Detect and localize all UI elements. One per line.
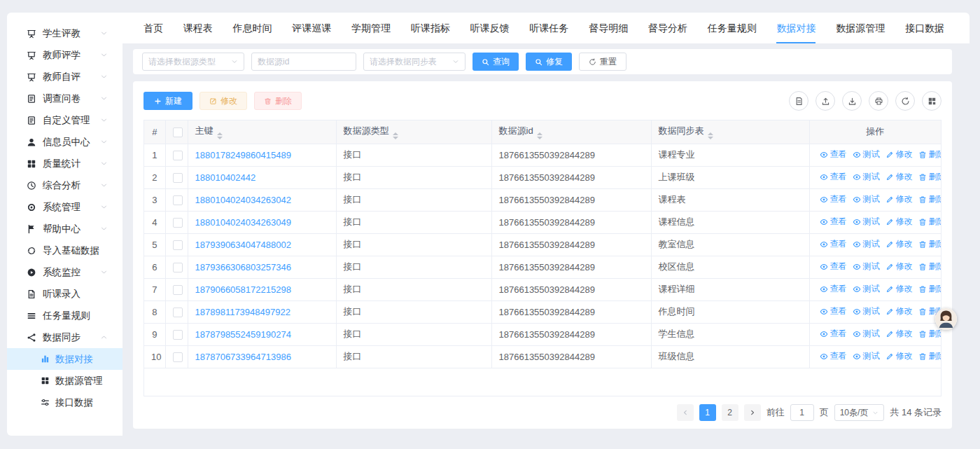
sidebar-item-student-evaluate-teaching[interactable]: 学生评教 — [7, 22, 122, 44]
primary-key-link[interactable]: 188010402442 — [195, 172, 256, 183]
new-button[interactable]: 新建 — [144, 92, 192, 110]
delete-button[interactable]: 删除 — [254, 92, 302, 110]
layout-button[interactable] — [922, 91, 941, 111]
sidebar-item-survey-questionnaire[interactable]: 调查问卷 — [7, 88, 122, 109]
query-button[interactable]: 查询 — [472, 53, 519, 71]
edit-action-link[interactable]: 修改 — [886, 193, 913, 205]
refresh-button[interactable] — [895, 91, 915, 111]
view-action-link[interactable]: 查看 — [820, 283, 847, 295]
row-checkbox[interactable] — [173, 173, 183, 183]
sidebar-item-system-management[interactable]: 系统管理 — [7, 196, 122, 218]
edit-action-link[interactable]: 修改 — [886, 283, 913, 295]
goto-page-input[interactable] — [790, 404, 814, 421]
primary-key-link[interactable]: 1880104024034263042 — [195, 195, 291, 205]
edit-action-link[interactable]: 修改 — [886, 261, 913, 272]
delete-action-link[interactable]: 删除 — [918, 261, 941, 272]
tab-rest-time[interactable]: 作息时间 — [233, 13, 272, 43]
sidebar-item-comprehensive-analysis[interactable]: 综合分析 — [7, 174, 122, 196]
test-action-link[interactable]: 测试 — [853, 216, 880, 228]
sidebar-item-data-sync[interactable]: 数据同步 — [7, 326, 122, 348]
test-action-link[interactable]: 测试 — [853, 171, 880, 183]
sidebar-item-system-monitor[interactable]: 系统监控 — [7, 261, 122, 283]
sort-carets-icon[interactable] — [217, 132, 223, 139]
edit-action-link[interactable]: 修改 — [886, 238, 913, 250]
primary-key-link[interactable]: 1880178249860415489 — [195, 150, 291, 160]
test-action-link[interactable]: 测试 — [853, 148, 880, 160]
file-button[interactable] — [789, 91, 808, 111]
repair-button[interactable]: 修复 — [526, 53, 572, 71]
sort-carets-icon[interactable] — [393, 132, 398, 139]
edit-button[interactable]: 修改 — [200, 92, 247, 110]
source-id-input[interactable] — [251, 53, 356, 71]
row-checkbox[interactable] — [173, 240, 183, 250]
sidebar-item-informant-center[interactable]: 信息员中心 — [7, 131, 122, 153]
source-type-select[interactable]: 请选择数据源类型 — [142, 53, 244, 71]
page-size-select[interactable]: 10条/页 — [834, 404, 885, 421]
sidebar-subitem-data-source-management[interactable]: 数据源管理 — [7, 370, 122, 392]
row-checkbox[interactable] — [173, 195, 183, 205]
test-action-link[interactable]: 测试 — [853, 328, 880, 340]
column-header-数据源id[interactable]: 数据源id — [491, 120, 651, 144]
tab-data-source-management[interactable]: 数据源管理 — [836, 13, 885, 43]
view-action-link[interactable]: 查看 — [820, 328, 847, 340]
tab-home[interactable]: 首页 — [144, 13, 163, 43]
tab-data-docking[interactable]: 数据对接 — [776, 13, 816, 43]
sort-carets-icon[interactable] — [537, 132, 542, 139]
delete-action-link[interactable]: 删除 — [918, 350, 941, 362]
sidebar-item-lecture-entry[interactable]: 听课录入 — [7, 283, 122, 305]
view-action-link[interactable]: 查看 — [820, 193, 847, 205]
sidebar-item-task-volume-rules[interactable]: 任务量规则 — [7, 305, 122, 326]
sidebar-subitem-interface-data[interactable]: 接口数据 — [7, 392, 122, 413]
row-checkbox[interactable] — [173, 352, 183, 362]
primary-key-link[interactable]: 1879366306803257346 — [195, 262, 291, 272]
delete-action-link[interactable]: 删除 — [918, 328, 941, 340]
sidebar-item-import-base-data[interactable]: 导入基础数据 — [7, 240, 122, 261]
tab-lecture-feedback[interactable]: 听课反馈 — [470, 13, 510, 43]
test-action-link[interactable]: 测试 — [853, 305, 880, 317]
sync-table-select[interactable]: 请选择数据同步表 — [363, 53, 465, 71]
delete-action-link[interactable]: 删除 — [918, 283, 941, 295]
row-checkbox[interactable] — [173, 151, 183, 160]
edit-action-link[interactable]: 修改 — [886, 148, 913, 160]
tab-lecture-tasks[interactable]: 听课任务 — [529, 13, 568, 43]
page-button-2[interactable]: 2 — [722, 404, 738, 421]
tab-task-volume-rules[interactable]: 任务量规则 — [708, 13, 757, 43]
test-action-link[interactable]: 测试 — [853, 261, 880, 272]
sort-carets-icon[interactable] — [708, 132, 713, 139]
column-header-主键[interactable]: 主键 — [188, 120, 336, 144]
view-action-link[interactable]: 查看 — [820, 148, 847, 160]
primary-key-link[interactable]: 1878798552459190274 — [195, 329, 291, 340]
upload-button[interactable] — [816, 91, 835, 111]
sidebar-item-quality-statistics[interactable]: 质量统计 — [7, 153, 122, 174]
sidebar-subitem-data-docking[interactable]: 数据对接 — [7, 348, 122, 370]
edit-action-link[interactable]: 修改 — [886, 171, 913, 183]
delete-action-link[interactable]: 删除 — [918, 238, 941, 250]
tab-course-table[interactable]: 课程表 — [183, 13, 213, 43]
primary-key-link[interactable]: 1879390634047488002 — [195, 240, 291, 250]
tab-supervision-detail[interactable]: 督导明细 — [589, 13, 628, 43]
view-action-link[interactable]: 查看 — [820, 350, 847, 362]
sidebar-item-teacher-self-evaluation[interactable]: 教师自评 — [7, 66, 122, 88]
tab-lesson-review[interactable]: 评课巡课 — [292, 13, 331, 43]
column-header-数据同步表[interactable]: 数据同步表 — [651, 120, 809, 144]
prev-page-button[interactable] — [677, 404, 694, 421]
test-action-link[interactable]: 测试 — [853, 193, 880, 205]
delete-action-link[interactable]: 删除 — [918, 148, 941, 160]
sidebar-item-teacher-evaluate-learning[interactable]: 教师评学 — [7, 44, 122, 66]
row-checkbox[interactable] — [173, 263, 183, 272]
tab-interface-data[interactable]: 接口数据 — [905, 13, 944, 43]
customer-service-avatar[interactable] — [935, 308, 957, 330]
download-button[interactable] — [842, 91, 862, 111]
tab-lecture-indicators[interactable]: 听课指标 — [411, 13, 450, 43]
reset-button[interactable]: 重置 — [579, 53, 626, 71]
edit-action-link[interactable]: 修改 — [886, 305, 913, 317]
edit-action-link[interactable]: 修改 — [886, 216, 913, 228]
sidebar-item-help-center[interactable]: 帮助中心 — [7, 218, 122, 240]
primary-key-link[interactable]: 1880104024034263049 — [195, 217, 291, 228]
view-action-link[interactable]: 查看 — [820, 238, 847, 250]
printer-button[interactable] — [869, 91, 888, 111]
delete-action-link[interactable]: 删除 — [918, 216, 941, 228]
primary-key-link[interactable]: 1878981173948497922 — [195, 307, 290, 317]
test-action-link[interactable]: 测试 — [853, 283, 880, 295]
primary-key-link[interactable]: 1879066058172215298 — [195, 284, 291, 295]
